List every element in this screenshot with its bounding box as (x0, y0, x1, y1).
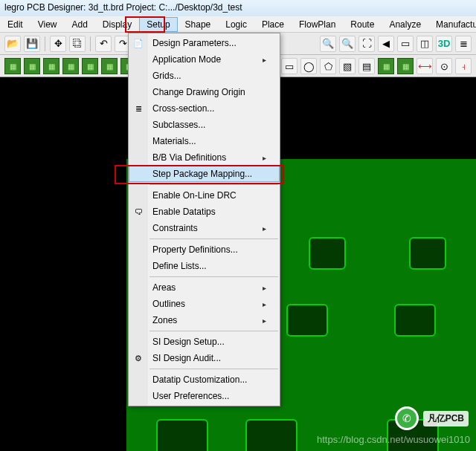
separator (149, 184, 278, 185)
layer-btn-3[interactable]: ▦ (43, 58, 60, 74)
gear-icon: ⚙ (132, 352, 144, 364)
shape-btn-7[interactable]: ▦ (397, 58, 414, 74)
copy-icon[interactable]: ⿻ (69, 36, 86, 52)
shape-rect-icon[interactable]: ▭ (281, 58, 298, 74)
zoom-out-icon[interactable]: 🔍 (339, 36, 356, 52)
dimension-icon[interactable]: ⟷ (416, 58, 433, 74)
component[interactable] (245, 419, 298, 451)
shape-btn-6[interactable]: ▦ (378, 58, 394, 74)
shape-circle-icon[interactable]: ◯ (300, 58, 317, 74)
dd-enable-drc[interactable]: Enable On-Line DRC (129, 187, 280, 204)
dd-grids[interactable]: Grids... (129, 68, 280, 84)
dd-subclasses[interactable]: Subclasses... (129, 117, 280, 133)
zoom-prev-icon[interactable]: ◀ (378, 36, 394, 52)
dd-bb-via[interactable]: B/B Via Definitions (129, 149, 280, 166)
label: Application Mode (152, 54, 221, 65)
layer-btn-6[interactable]: ▦ (101, 58, 118, 74)
label: B/B Via Definitions (152, 152, 226, 163)
dd-design-parameters[interactable]: 📄Design Parameters... (129, 35, 280, 51)
shape-poly-icon[interactable]: ⬠ (320, 58, 336, 74)
menu-analyze[interactable]: Analyze (382, 17, 428, 32)
menu-place[interactable]: Place (254, 17, 292, 32)
component[interactable] (394, 304, 436, 337)
dd-outlines[interactable]: Outlines (129, 296, 280, 312)
menu-add[interactable]: Add (64, 17, 94, 32)
label: Change Drawing Origin (152, 87, 245, 97)
label: Property Definitions... (152, 244, 238, 255)
menu-display[interactable]: Display (95, 17, 139, 32)
label: Subclasses... (152, 120, 205, 130)
dd-constraints[interactable]: Constraints (129, 220, 280, 236)
zoom-window-icon[interactable]: ◫ (416, 36, 433, 52)
menu-shape[interactable]: Shape (178, 17, 219, 32)
layers-icon[interactable]: ≣ (455, 36, 472, 52)
label: SI Design Setup... (152, 337, 225, 347)
menu-edit[interactable]: Edit (0, 17, 30, 32)
dd-cross-section[interactable]: ≣Cross-section... (129, 100, 280, 117)
label: Outlines (152, 299, 185, 309)
separator (90, 36, 91, 51)
menu-route[interactable]: Route (343, 17, 382, 32)
setup-dropdown: 📄Design Parameters... Application Mode G… (128, 33, 280, 406)
label: Define Lists... (152, 261, 207, 271)
label: Zones (152, 315, 177, 325)
logo-badge: ✆ 凡亿PCB (395, 406, 469, 430)
menu-bar: Edit View Add Display Setup Shape Logic … (0, 16, 476, 33)
layer-btn-2[interactable]: ▦ (24, 58, 40, 74)
tip-icon: 🗨 (132, 206, 144, 218)
3d-icon[interactable]: 3D (436, 36, 452, 52)
zoom-in-icon[interactable]: 🔍 (320, 36, 336, 52)
wechat-icon: ✆ (395, 406, 419, 430)
dd-zones[interactable]: Zones (129, 312, 280, 328)
separator (149, 239, 278, 239)
component[interactable] (286, 304, 328, 337)
menu-manufacture[interactable]: Manufacture (428, 17, 476, 32)
label: Step Package Mapping... (152, 169, 252, 179)
separator (149, 331, 278, 331)
layers-icon: ≣ (132, 103, 144, 114)
open-icon[interactable]: 📂 (4, 36, 21, 52)
label: Cross-section... (152, 103, 214, 114)
layer-btn-1[interactable]: ▦ (4, 58, 21, 74)
dd-datatip-customization[interactable]: Datatip Customization... (129, 371, 280, 388)
menu-logic[interactable]: Logic (218, 17, 254, 32)
zoom-sel-icon[interactable]: ▭ (397, 36, 414, 52)
shape-btn-4[interactable]: ▧ (339, 58, 356, 74)
title-bar: legro PCB Designer: 3d_tt.brd Project: C… (0, 0, 476, 16)
dd-change-origin[interactable]: Change Drawing Origin (129, 84, 280, 100)
menu-setup[interactable]: Setup (139, 17, 177, 32)
menu-view[interactable]: View (30, 17, 65, 32)
component[interactable] (156, 419, 208, 451)
document-icon: 📄 (132, 37, 144, 49)
shape-btn-5[interactable]: ▤ (358, 58, 375, 74)
dd-step-package-mapping[interactable]: Step Package Mapping... (129, 166, 280, 182)
component[interactable] (309, 237, 346, 270)
dd-user-preferences[interactable]: User Preferences... (129, 388, 280, 404)
zoom-fit-icon[interactable]: ⛶ (358, 36, 375, 52)
dd-application-mode[interactable]: Application Mode (129, 51, 280, 68)
dd-property-definitions[interactable]: Property Definitions... (129, 241, 280, 258)
dd-si-audit[interactable]: ⚙SI Design Audit... (129, 350, 280, 366)
separator (149, 369, 278, 369)
dd-enable-datatips[interactable]: 🗨Enable Datatips (129, 204, 280, 220)
dd-define-lists[interactable]: Define Lists... (129, 258, 280, 274)
menu-flowplan[interactable]: FlowPlan (292, 17, 343, 32)
label: Enable On-Line DRC (152, 190, 237, 201)
label: Datatip Customization... (152, 374, 247, 385)
dd-si-setup[interactable]: SI Design Setup... (129, 334, 280, 350)
undo-icon[interactable]: ↶ (95, 36, 112, 52)
via-icon[interactable]: ⊙ (436, 58, 452, 74)
dd-areas[interactable]: Areas (129, 279, 280, 296)
layer-btn-5[interactable]: ▦ (82, 58, 98, 74)
title-text: legro PCB Designer: 3d_tt.brd Project: C… (4, 2, 242, 13)
layer-btn-4[interactable]: ▦ (62, 58, 79, 74)
label: Constraints (152, 223, 198, 233)
align-icon[interactable]: ⫞ (455, 58, 472, 74)
move-icon[interactable]: ✥ (50, 36, 66, 52)
label: Design Parameters... (152, 38, 237, 48)
component[interactable] (409, 237, 446, 270)
separator (45, 36, 45, 51)
watermark-text: https://blog.csdn.net/wusuowei1010 (317, 434, 470, 445)
save-icon[interactable]: 💾 (24, 36, 40, 52)
dd-materials[interactable]: Materials... (129, 133, 280, 149)
